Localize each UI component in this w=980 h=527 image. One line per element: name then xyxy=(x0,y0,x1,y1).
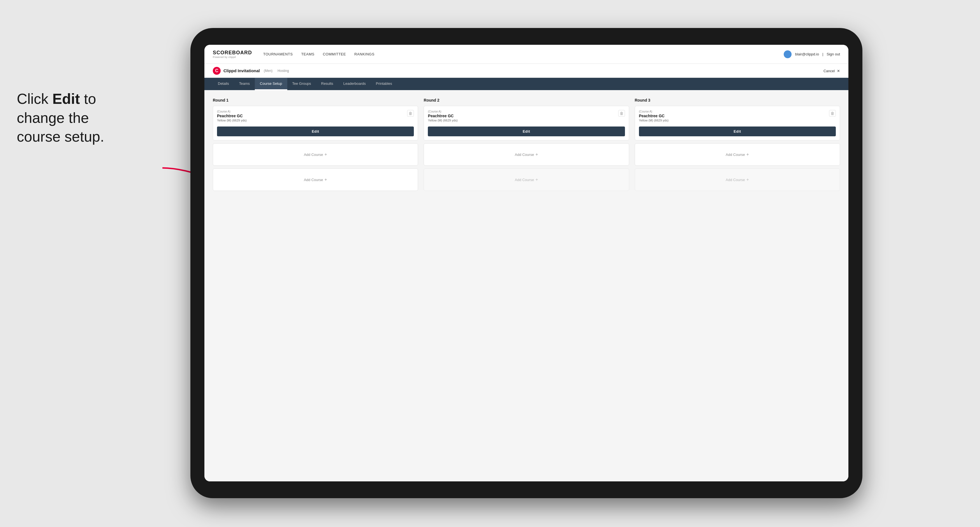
logo-subtitle: Powered by clippd xyxy=(213,56,252,59)
clippd-logo: C xyxy=(213,67,221,75)
user-avatar xyxy=(784,50,792,58)
trash-icon: 🗑 xyxy=(409,111,412,116)
tab-leaderboards[interactable]: Leaderboards xyxy=(338,78,371,90)
tab-details[interactable]: Details xyxy=(213,78,234,90)
round-1-edit-button[interactable]: Edit xyxy=(217,127,414,136)
round-1-delete-icon[interactable]: 🗑 xyxy=(407,110,414,117)
hosting-badge: Hosting xyxy=(277,69,289,73)
round-1-course-card: (Course A) Peachtree GC Yellow (M) (6629… xyxy=(213,106,418,141)
round-3-add-course-1-label: Add Course + xyxy=(726,152,749,157)
sign-out-link[interactable]: Sign out xyxy=(827,52,840,56)
round-1-course-details: Yellow (M) (6629 yds) xyxy=(217,119,407,122)
round-3-course-details: Yellow (M) (6629 yds) xyxy=(639,119,829,122)
tablet-screen: SCOREBOARD Powered by clippd TOURNAMENTS… xyxy=(204,45,848,481)
tablet-device: SCOREBOARD Powered by clippd TOURNAMENTS… xyxy=(190,28,862,498)
main-content: Round 1 (Course A) Peachtree GC Yellow (… xyxy=(204,90,848,481)
round-1-add-course-2[interactable]: Add Course + xyxy=(213,168,418,191)
round-1-card-header: (Course A) Peachtree GC Yellow (M) (6629… xyxy=(217,110,414,122)
logo-title: SCOREBOARD xyxy=(213,50,252,56)
round-2-course-label: (Course A) xyxy=(428,110,618,113)
round-3-add-course-2-label: Add Course + xyxy=(726,177,749,182)
round-3-edit-button[interactable]: Edit xyxy=(639,127,836,136)
round-1-title: Round 1 xyxy=(213,98,418,102)
nav-committee[interactable]: COMMITTEE xyxy=(323,52,346,56)
user-email: blair@clippd.io xyxy=(795,52,819,56)
rounds-grid: Round 1 (Course A) Peachtree GC Yellow (… xyxy=(213,98,840,194)
plus-icon-4: + xyxy=(535,177,538,182)
round-2-add-course-2: Add Course + xyxy=(424,168,629,191)
round-2-course-details: Yellow (M) (6629 yds) xyxy=(428,119,618,122)
nav-right: blair@clippd.io | Sign out xyxy=(784,50,840,58)
round-2-edit-button[interactable]: Edit xyxy=(428,127,625,136)
tab-teams[interactable]: Teams xyxy=(234,78,255,90)
clippd-letter: C xyxy=(215,68,218,73)
plus-icon-5: + xyxy=(746,152,749,157)
cancel-x-icon: ✕ xyxy=(837,69,840,73)
plus-icon-3: + xyxy=(535,152,538,157)
tab-printables[interactable]: Printables xyxy=(371,78,397,90)
tournament-gender: (Men) xyxy=(264,69,272,73)
round-2-column: Round 2 (Course A) Peachtree GC Yellow (… xyxy=(424,98,629,194)
round-3-course-card: (Course A) Peachtree GC Yellow (M) (6629… xyxy=(635,106,840,141)
trash-icon-3: 🗑 xyxy=(830,111,834,116)
nav-left: SCOREBOARD Powered by clippd TOURNAMENTS… xyxy=(213,50,374,59)
nav-tournaments[interactable]: TOURNAMENTS xyxy=(263,52,293,56)
nav-teams[interactable]: TEAMS xyxy=(301,52,315,56)
cancel-button[interactable]: Cancel ✕ xyxy=(822,68,840,73)
separator: | xyxy=(822,52,823,56)
round-2-add-course-1-label: Add Course + xyxy=(515,152,538,157)
tab-bar: Details Teams Course Setup Tee Groups Re… xyxy=(204,78,848,90)
tournament-header: C Clippd Invitational (Men) Hosting Canc… xyxy=(204,64,848,78)
instruction-bold: Edit xyxy=(52,90,80,107)
scoreboard-logo: SCOREBOARD Powered by clippd xyxy=(213,50,252,59)
round-3-course-name: Peachtree GC xyxy=(639,114,829,118)
cancel-label[interactable]: Cancel ✕ xyxy=(822,69,840,73)
plus-icon-1: + xyxy=(325,152,327,157)
round-2-course-name: Peachtree GC xyxy=(428,114,618,118)
round-1-course-info: (Course A) Peachtree GC Yellow (M) (6629… xyxy=(217,110,407,122)
round-3-course-info: (Course A) Peachtree GC Yellow (M) (6629… xyxy=(639,110,829,122)
tab-course-setup[interactable]: Course Setup xyxy=(255,78,287,90)
round-3-add-course-1[interactable]: Add Course + xyxy=(635,143,840,166)
round-3-course-label: (Course A) xyxy=(639,110,829,113)
trash-icon-2: 🗑 xyxy=(620,111,624,116)
nav-links: TOURNAMENTS TEAMS COMMITTEE RANKINGS xyxy=(263,52,374,56)
round-3-card-header: (Course A) Peachtree GC Yellow (M) (6629… xyxy=(639,110,836,122)
round-3-column: Round 3 (Course A) Peachtree GC Yellow (… xyxy=(635,98,840,194)
round-3-title: Round 3 xyxy=(635,98,840,102)
nav-rankings[interactable]: RANKINGS xyxy=(354,52,374,56)
tab-results[interactable]: Results xyxy=(316,78,338,90)
plus-icon-2: + xyxy=(325,177,327,182)
round-2-add-course-1[interactable]: Add Course + xyxy=(424,143,629,166)
round-1-column: Round 1 (Course A) Peachtree GC Yellow (… xyxy=(213,98,418,194)
plus-icon-6: + xyxy=(746,177,749,182)
round-2-card-header: (Course A) Peachtree GC Yellow (M) (6629… xyxy=(428,110,625,122)
round-3-add-course-2: Add Course + xyxy=(635,168,840,191)
tournament-left: C Clippd Invitational (Men) Hosting xyxy=(213,67,289,75)
top-navigation: SCOREBOARD Powered by clippd TOURNAMENTS… xyxy=(204,45,848,64)
round-1-add-course-1-label: Add Course + xyxy=(304,152,327,157)
round-2-delete-icon[interactable]: 🗑 xyxy=(618,110,625,117)
tournament-name: Clippd Invitational xyxy=(223,68,260,73)
round-2-title: Round 2 xyxy=(424,98,629,102)
round-2-course-info: (Course A) Peachtree GC Yellow (M) (6629… xyxy=(428,110,618,122)
round-1-course-name: Peachtree GC xyxy=(217,114,407,118)
round-2-add-course-2-label: Add Course + xyxy=(515,177,538,182)
round-1-add-course-2-label: Add Course + xyxy=(304,177,327,182)
instruction-text: Click Edit tochange thecourse setup. xyxy=(17,90,104,146)
round-2-course-card: (Course A) Peachtree GC Yellow (M) (6629… xyxy=(424,106,629,141)
round-1-add-course-1[interactable]: Add Course + xyxy=(213,143,418,166)
tab-tee-groups[interactable]: Tee Groups xyxy=(287,78,316,90)
instruction-part1: Click xyxy=(17,90,52,107)
round-3-delete-icon[interactable]: 🗑 xyxy=(829,110,836,117)
round-1-course-label: (Course A) xyxy=(217,110,407,113)
